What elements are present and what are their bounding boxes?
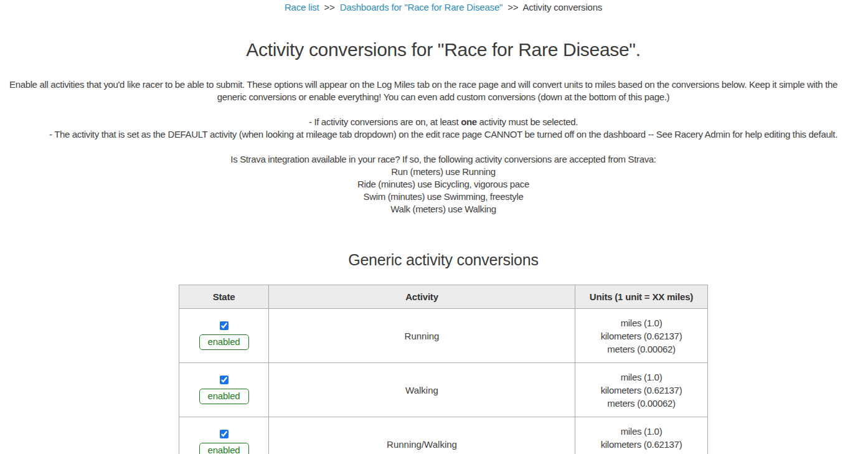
column-header-state: State — [179, 285, 269, 309]
column-header-units: Units (1 unit = XX miles) — [575, 285, 708, 309]
enabled-badge[interactable]: enabled — [199, 443, 249, 454]
breadcrumb-link-race-list[interactable]: Race list — [285, 2, 319, 12]
page-title: Activity conversions for "Race for Rare … — [0, 38, 868, 62]
unit-line: meters (0.00062) — [576, 397, 707, 410]
state-cell: enabled — [179, 363, 269, 417]
unit-conversions: miles (1.0) kilometers (0.62137) meters … — [575, 417, 708, 454]
unit-line: kilometers (0.62137) — [576, 438, 707, 451]
table-row: enabled Running/Walking miles (1.0) kilo… — [179, 417, 708, 454]
enabled-badge[interactable]: enabled — [199, 389, 249, 404]
rule-text: activity must be selected. — [477, 116, 578, 127]
state-cell: enabled — [179, 417, 269, 454]
activity-enabled-checkbox[interactable] — [220, 376, 229, 384]
rule-min-one-activity: - If activity conversions are on, at lea… — [0, 116, 868, 128]
activity-enabled-checkbox[interactable] — [220, 321, 229, 330]
activity-conversions-table: State Activity Units (1 unit = XX miles)… — [179, 285, 708, 454]
browser-viewport: Race list >> Dashboards for "Race for Ra… — [0, 0, 868, 454]
strava-conversion-run: Run (meters) use Running — [0, 166, 868, 178]
strava-conversion-ride: Ride (minutes) use Bicycling, vigorous p… — [0, 178, 868, 191]
activity-name: Running — [269, 309, 575, 363]
intro-paragraph: Enable all activities that you'd like ra… — [0, 78, 868, 103]
state-cell: enabled — [179, 309, 269, 363]
strava-intro-line: Is Strava integration available in your … — [0, 153, 868, 166]
breadcrumb: Race list >> Dashboards for "Race for Ra… — [0, 0, 868, 14]
rule-bold-one: one — [461, 116, 477, 127]
intro-line-1: Enable all activities that you'd like ra… — [0, 78, 868, 91]
breadcrumb-separator: >> — [324, 2, 335, 12]
unit-line: miles (1.0) — [576, 371, 707, 384]
rules-paragraph: - If activity conversions are on, at lea… — [0, 116, 868, 141]
breadcrumb-current: Activity conversions — [522, 2, 602, 12]
table-row: enabled Walking miles (1.0) kilometers (… — [179, 363, 708, 417]
unit-line: kilometers (0.62137) — [576, 329, 707, 343]
unit-conversions: miles (1.0) kilometers (0.62137) meters … — [575, 309, 708, 363]
intro-line-2: generic conversions or enable everything… — [0, 91, 868, 103]
breadcrumb-link-dashboards[interactable]: Dashboards for "Race for Rare Disease" — [340, 2, 503, 12]
unit-line: miles (1.0) — [576, 425, 707, 438]
rule-text: - If activity conversions are on, at lea… — [309, 116, 461, 127]
strava-conversion-swim: Swim (minutes) use Swimming, freestyle — [0, 191, 868, 203]
activity-name: Walking — [269, 363, 575, 417]
table-header-row: State Activity Units (1 unit = XX miles) — [179, 285, 708, 309]
column-header-activity: Activity — [269, 285, 575, 309]
activity-name: Running/Walking — [269, 417, 575, 454]
unit-line: kilometers (0.62137) — [576, 384, 707, 397]
activity-enabled-checkbox[interactable] — [220, 430, 229, 438]
strava-info: Is Strava integration available in your … — [0, 153, 868, 215]
unit-line: meters (0.00062) — [576, 451, 707, 454]
unit-conversions: miles (1.0) kilometers (0.62137) meters … — [575, 363, 708, 417]
page: Race list >> Dashboards for "Race for Ra… — [0, 0, 868, 454]
breadcrumb-separator: >> — [507, 2, 518, 12]
unit-line: meters (0.00062) — [576, 343, 707, 356]
strava-conversion-walk: Walk (meters) use Walking — [0, 203, 868, 215]
table-row: enabled Running miles (1.0) kilometers (… — [179, 309, 708, 363]
rule-default-activity: - The activity that is set as the DEFAUL… — [0, 128, 868, 141]
enabled-badge[interactable]: enabled — [199, 334, 249, 350]
section-heading-generic-conversions: Generic activity conversions — [0, 250, 868, 269]
unit-line: miles (1.0) — [576, 316, 707, 329]
